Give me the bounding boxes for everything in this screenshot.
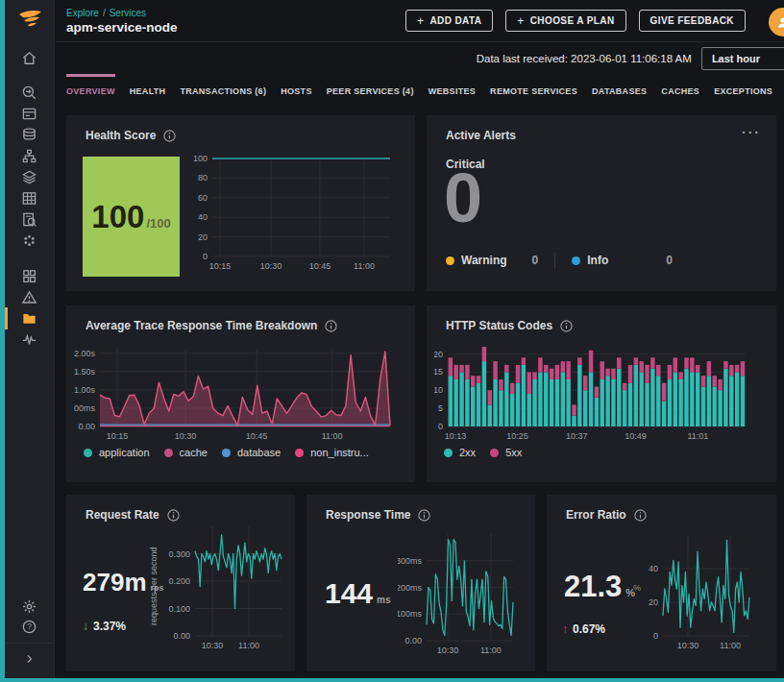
- choose-a-plan-button[interactable]: +CHOOSE A PLAN: [505, 10, 625, 32]
- tab-transactions-6[interactable]: TRANSACTIONS (6): [180, 74, 266, 106]
- legend-item-5xx[interactable]: 5xx: [490, 447, 522, 458]
- request-rate-trend: ↓ 3.37%: [83, 620, 126, 633]
- give-feedback-button[interactable]: GIVE FEEDBACK: [639, 10, 746, 32]
- time-range-picker[interactable]: Last hour: [701, 47, 784, 70]
- svg-text:100: 100: [193, 154, 208, 163]
- tab-caches[interactable]: CACHES: [661, 74, 699, 106]
- svg-text:10:37: 10:37: [566, 431, 588, 441]
- sidebar-nav: [5, 47, 54, 350]
- svg-text:10:45: 10:45: [246, 431, 268, 441]
- settings-icon: [21, 598, 37, 615]
- svg-text:10:30: 10:30: [677, 641, 699, 650]
- request-rate-axis-label: requests per second: [147, 529, 159, 643]
- sidebar-item-explore[interactable]: [5, 84, 55, 102]
- svg-text:40: 40: [198, 212, 208, 222]
- svg-text:1.00s: 1.00s: [74, 385, 95, 395]
- breadcrumb-explore[interactable]: Explore: [66, 8, 99, 18]
- request-rate-panel: Request Rate 279mrps ↓ 3.37% requests pe…: [66, 495, 295, 671]
- sidebar-item-topology[interactable]: [5, 147, 55, 165]
- table-icon: [21, 190, 37, 207]
- svg-text:11:01: 11:01: [687, 431, 708, 441]
- trend-up-arrow-icon: ↑: [562, 622, 568, 636]
- health-score-max: /100: [146, 216, 170, 231]
- svg-text:10: 10: [434, 385, 443, 395]
- sidebar-item-apps[interactable]: [5, 267, 55, 285]
- tab-hosts[interactable]: HOSTS: [281, 74, 312, 106]
- tab-peer-services-4[interactable]: PEER SERVICES (4): [327, 74, 414, 106]
- request-rate-chart: 0.000.1000.2000.30010:3011:00: [162, 522, 292, 656]
- add-data-button[interactable]: +ADD DATA: [405, 10, 493, 32]
- sidebar-bottom: ?: [5, 597, 54, 679]
- svg-text:0.00: 0.00: [404, 636, 422, 645]
- sidebar-item-home[interactable]: [5, 49, 55, 67]
- brand-strip-bottom: [0, 678, 784, 682]
- dashboard-content: Health Score 100 /100 02040608010010:151…: [56, 106, 784, 678]
- sidebar-item-alerts[interactable]: [5, 288, 55, 306]
- sidebar-item-log-search[interactable]: [5, 210, 55, 229]
- info-label: Info: [587, 254, 608, 267]
- legend-dot: [84, 449, 92, 457]
- sidebar-item-database[interactable]: [5, 126, 55, 144]
- tab-overview[interactable]: OVERVIEW: [66, 74, 115, 106]
- sidebar-item-pulse[interactable]: [5, 330, 55, 349]
- info-icon[interactable]: [163, 130, 176, 142]
- sidebar-item-cluster[interactable]: [5, 231, 55, 250]
- active-alerts-panel: Active Alerts ··· Critical 0 Warning 0 I…: [427, 115, 776, 291]
- sidebar-item-help[interactable]: ?: [5, 618, 55, 636]
- svg-text:0.00: 0.00: [173, 631, 190, 641]
- info-icon[interactable]: [634, 509, 647, 522]
- panel-menu-icon[interactable]: ···: [742, 125, 761, 140]
- svg-text:300ms: 300ms: [398, 556, 422, 566]
- svg-text:10:45: 10:45: [309, 261, 331, 271]
- info-dot: [572, 256, 580, 265]
- sidebar-expand-button[interactable]: [5, 644, 54, 673]
- svg-text:10:30: 10:30: [202, 641, 224, 650]
- info-icon[interactable]: [560, 320, 573, 332]
- critical-count: 0: [444, 161, 482, 234]
- sidebar-item-settings[interactable]: [5, 597, 55, 616]
- page-title: apm-service-node: [66, 20, 178, 35]
- service-tabs: OVERVIEWHEALTHTRANSACTIONS (6)HOSTSPEER …: [56, 74, 784, 106]
- legend-item-application[interactable]: application: [84, 447, 150, 458]
- svg-text:11:00: 11:00: [480, 645, 502, 655]
- legend-item-database[interactable]: database: [222, 447, 281, 458]
- tab-websites[interactable]: WEBSITES: [429, 74, 476, 106]
- data-last-received: Data last received: 2023-06-01 11:06:18 …: [477, 53, 692, 64]
- sidebar-item-services-folder[interactable]: [5, 309, 55, 328]
- tab-health[interactable]: HEALTH: [130, 74, 166, 106]
- svg-text:20: 20: [198, 232, 208, 242]
- info-icon[interactable]: [418, 509, 430, 522]
- sidebar-item-panel[interactable]: [5, 105, 55, 123]
- pulse-icon: [21, 331, 37, 348]
- response-time-panel-title: Response Time: [326, 508, 430, 522]
- svg-text:0: 0: [438, 422, 443, 431]
- info-icon[interactable]: [325, 320, 337, 332]
- svg-text:0: 0: [653, 631, 658, 641]
- trace-breakdown-panel: Average Trace Response Time Breakdown 0.…: [66, 305, 415, 482]
- response-time-panel: Response Time 144ms 0.00100ms200ms300ms1…: [306, 495, 535, 671]
- svg-text:1.50s: 1.50s: [74, 367, 95, 377]
- breadcrumb-services[interactable]: Services: [110, 8, 146, 18]
- solarwinds-logo[interactable]: [17, 9, 42, 36]
- brand-strip-left: [0, 0, 5, 682]
- legend-dot: [295, 449, 304, 457]
- http-status-panel-title: HTTP Status Codes: [446, 319, 573, 332]
- plus-icon: +: [517, 17, 524, 25]
- legend-item-cache[interactable]: cache: [164, 447, 208, 458]
- warning-count: 0: [532, 254, 539, 267]
- svg-text:10:15: 10:15: [107, 431, 129, 441]
- tab-remote-services[interactable]: REMOTE SERVICES: [490, 74, 577, 106]
- trace-breakdown-panel-title: Average Trace Response Time Breakdown: [86, 319, 337, 332]
- legend-item-2xx[interactable]: 2xx: [444, 447, 476, 458]
- sidebar-item-layers[interactable]: [5, 168, 55, 186]
- http-status-panel: HTTP Status Codes 0510152010:1310:2510:3…: [427, 305, 776, 482]
- tab-exceptions[interactable]: EXCEPTIONS: [714, 74, 772, 106]
- legend-item-non-instru-[interactable]: non_instru...: [295, 447, 369, 458]
- response-time-chart: 0.00100ms200ms300ms10:3011:00: [398, 522, 523, 656]
- info-icon[interactable]: [167, 509, 180, 522]
- explore-icon: [21, 85, 37, 101]
- sidebar-item-table[interactable]: [5, 189, 55, 207]
- time-range-label: Last hour: [712, 53, 760, 64]
- error-ratio-panel: Error Ratio 21.3% % ↑ 0.67% 0204010:3011…: [547, 495, 776, 671]
- tab-databases[interactable]: DATABASES: [592, 74, 647, 106]
